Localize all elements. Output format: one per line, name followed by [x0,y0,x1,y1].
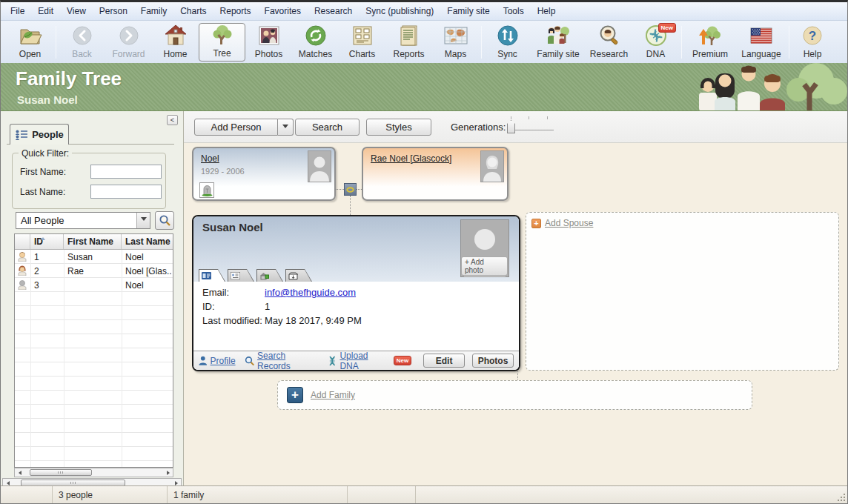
tab-people[interactable]: People [10,124,69,145]
add-spouse-plus-icon: + [531,219,541,228]
menu-edit[interactable]: Edit [31,3,60,19]
premium-icon [698,24,723,47]
tree-icon [210,24,235,47]
tab-media[interactable] [285,269,312,282]
column-icon[interactable] [15,234,30,249]
menu-tools[interactable]: Tools [497,3,531,19]
people-count: 3 people [53,486,168,503]
people-sidebar: < People Quick Filter: First Name: Last … [1,111,184,488]
upload-dna-link[interactable]: Upload DNA [339,351,387,371]
mother-person-card[interactable]: Rae Noel [Glascock] [362,147,509,201]
menu-family-site[interactable]: Family site [440,3,496,19]
matches-refresh-icon [303,24,328,47]
resize-grip[interactable] [837,493,846,502]
menu-reports[interactable]: Reports [213,3,258,19]
status-segment [348,486,416,503]
last-name-input[interactable] [90,185,162,199]
generations-slider-track[interactable] [511,130,554,130]
toolbar-photos-button[interactable]: Photos [245,23,292,62]
menu-charts[interactable]: Charts [173,3,213,19]
toolbar-sync-button[interactable]: Sync [484,23,531,62]
table-row-susan[interactable]: 1 Susan Noel [15,250,173,264]
menu-file[interactable]: File [4,3,31,19]
sidebar-collapse-button[interactable]: < [167,115,178,125]
toolbar-home-button[interactable]: Home [152,23,199,62]
male-person-icon [15,251,30,264]
profile-link[interactable]: Profile [211,356,236,366]
maps-icon [443,24,468,47]
father-name-link[interactable]: Noel [201,153,219,164]
toolbar-matches-button[interactable]: Matches [292,23,339,62]
status-segment [1,486,53,503]
home-icon [163,24,188,47]
mother-name-link[interactable]: Rae Noel [Glascock] [371,153,451,164]
svg-text:?: ? [809,29,816,43]
page-subtitle: Susan Noel [17,93,78,106]
scroll-left-arrow[interactable] [15,468,24,477]
email-link[interactable]: info@thefhguide.com [265,287,356,298]
toolbar-tree-button[interactable]: Tree [199,23,245,62]
research-icon [597,24,622,47]
mother-photo-placeholder[interactable] [480,150,504,182]
tree-search-button[interactable]: Search [295,119,360,136]
menu-sync-publishing[interactable]: Sync (publishing) [359,3,440,19]
tab-details[interactable] [228,269,254,282]
add-person-dropdown-button[interactable] [278,119,294,136]
scrollbar-thumb[interactable] [30,469,92,476]
add-person-button[interactable]: Add Person [194,119,278,136]
menu-bar: File Edit View Person Family Charts Repo… [1,2,847,21]
magnifier-icon [159,214,171,227]
menu-favorites[interactable]: Favorites [258,3,308,19]
sort-ascending-icon [41,235,45,240]
menu-family[interactable]: Family [134,3,173,19]
table-row-noel[interactable]: 3 Noel [15,278,173,292]
column-first-name[interactable]: First Name [64,234,122,249]
marriage-connector-icon[interactable] [344,183,357,196]
table-row-rae[interactable]: 2 Rae Noel [Glas.. [15,264,173,278]
toolbar-open-button[interactable]: Open [7,23,53,62]
add-family-area[interactable]: + Add Family [277,380,752,410]
column-last-name[interactable]: Last Name [122,234,173,249]
menu-person[interactable]: Person [93,3,134,19]
edit-button[interactable]: Edit [423,354,465,368]
tab-info[interactable] [199,269,225,282]
menu-research[interactable]: Research [308,3,359,19]
toolbar-forward-button[interactable]: Forward [105,23,152,62]
add-family-link[interactable]: Add Family [311,390,355,400]
menu-help[interactable]: Help [531,3,563,19]
toolbar-premium-button[interactable]: Premium [684,23,736,62]
toolbar-maps-button[interactable]: Maps [432,23,479,62]
sidebar-search-button[interactable] [155,211,174,230]
family-site-icon [546,24,571,47]
scroll-right-arrow[interactable] [163,468,173,477]
tab-events[interactable] [256,269,283,282]
add-spouse-area[interactable]: + Add Spouse [526,212,839,371]
toolbar-reports-button[interactable]: Reports [385,23,432,62]
table-horizontal-scrollbar[interactable] [14,468,173,477]
focus-card-footer: Profile Search Records Upload DNA New Ed… [193,351,519,370]
toolbar-research-button[interactable]: Research [586,23,632,62]
toolbar-dna-button[interactable]: New DNA [632,23,679,62]
slider-tick [547,116,548,119]
toolbar-back-button[interactable]: Back [59,23,105,62]
focus-photo-placeholder[interactable]: + Add photo [460,219,509,277]
toolbar-language-button[interactable]: Language [736,23,786,62]
add-photo-button[interactable]: + Add photo [461,256,508,276]
toolbar-family-site-button[interactable]: Family site [531,23,586,62]
styles-button[interactable]: Styles [366,119,431,136]
photos-button[interactable]: Photos [472,354,514,368]
id-row: ID: 1 [202,299,519,314]
search-records-link[interactable]: Search Records [257,351,319,371]
focus-person-card[interactable]: Susan Noel + Add photo [192,215,520,371]
menu-view[interactable]: View [60,3,93,19]
add-spouse-link[interactable]: Add Spouse [545,218,593,228]
dropdown-arrow-icon[interactable] [136,213,150,228]
first-name-input[interactable] [90,165,162,179]
people-filter-dropdown[interactable]: All People [16,212,150,229]
father-person-card[interactable]: Noel 1929 - 2006 [192,147,336,201]
column-id[interactable]: ID [30,234,64,249]
toolbar-help-button[interactable]: ? Help [792,23,833,62]
father-photo-placeholder[interactable] [308,150,331,182]
generations-slider-handle[interactable] [507,120,515,133]
toolbar-charts-button[interactable]: Charts [339,23,385,62]
